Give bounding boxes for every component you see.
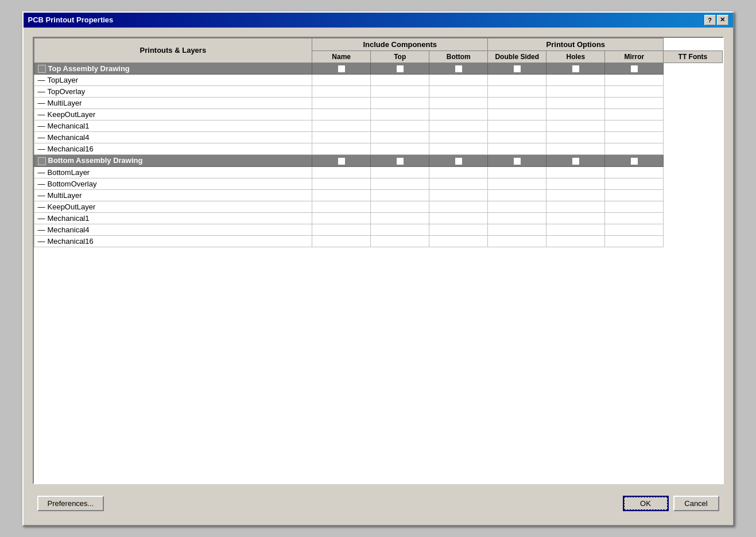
checkbox-cell-bottom[interactable]: [371, 155, 429, 167]
layer-dash-icon: —: [38, 203, 45, 211]
layer-name-cell: —TopOverlay: [34, 86, 312, 98]
layer-empty-cell: [488, 189, 546, 201]
checkbox-double_sided[interactable]: [455, 65, 463, 73]
printout-table: Printouts & Layers Include Components Pr…: [34, 38, 723, 247]
layer-empty-cell: [546, 86, 605, 98]
checkbox-tt_fonts[interactable]: [630, 65, 638, 73]
layer-empty-cell: [488, 178, 546, 189]
layer-name-label: TopOverlay: [48, 87, 86, 96]
layer-empty-cell: [429, 98, 488, 109]
sub-header-ttfonts: TT Fonts: [664, 50, 722, 63]
layer-empty-cell: [605, 166, 664, 178]
layer-empty-cell: [371, 120, 429, 132]
checkbox-bottom[interactable]: [396, 65, 404, 73]
layer-empty-cell: [371, 109, 429, 120]
layer-empty-cell: [371, 235, 429, 247]
layer-empty-cell: [429, 86, 488, 98]
table-row-layer: —Mechanical4: [34, 224, 722, 235]
layer-empty-cell: [312, 201, 371, 212]
layer-empty-cell: [546, 224, 605, 235]
layer-empty-cell: [605, 98, 664, 109]
printout-name-label: Top Assembly Drawing: [48, 64, 130, 73]
checkbox-cell-mirror[interactable]: [546, 63, 605, 75]
layer-empty-cell: [546, 109, 605, 120]
layer-empty-cell: [429, 235, 488, 247]
layer-name-cell: —MultiLayer: [34, 189, 312, 201]
checkbox-top[interactable]: [338, 157, 346, 165]
layer-name-label: KeepOutLayer: [48, 110, 96, 119]
sub-header-name: Name: [312, 50, 371, 63]
footer: Preferences... OK Cancel: [33, 493, 724, 516]
table-row-printout[interactable]: Bottom Assembly Drawing: [34, 155, 722, 167]
checkbox-top[interactable]: [338, 65, 346, 73]
table-row-layer: —Mechanical16: [34, 235, 722, 247]
checkbox-bottom[interactable]: [396, 157, 404, 165]
layer-empty-cell: [429, 132, 488, 143]
layer-empty-cell: [371, 98, 429, 109]
checkbox-mirror[interactable]: [572, 65, 580, 73]
layer-name-cell: —Mechanical4: [34, 224, 312, 235]
layer-name-cell: —TopLayer: [34, 75, 312, 86]
layer-empty-cell: [546, 132, 605, 143]
layer-empty-cell: [546, 120, 605, 132]
help-button[interactable]: ?: [704, 15, 716, 25]
layer-empty-cell: [312, 120, 371, 132]
layer-dash-icon: —: [38, 168, 45, 177]
preferences-button[interactable]: Preferences...: [37, 496, 104, 511]
checkbox-cell-top[interactable]: [312, 155, 371, 167]
layer-empty-cell: [429, 178, 488, 189]
layer-empty-cell: [488, 109, 546, 120]
table-row-layer: —BottomLayer: [34, 166, 722, 178]
col-header-name: Printouts & Layers: [34, 38, 312, 63]
checkbox-holes[interactable]: [513, 157, 521, 165]
printout-name-cell: Top Assembly Drawing: [34, 63, 312, 75]
layer-empty-cell: [371, 224, 429, 235]
layer-name-label: Mechanical1: [48, 214, 90, 223]
printout-icon: [38, 65, 46, 73]
layer-name-label: MultiLayer: [48, 99, 82, 107]
ok-button[interactable]: OK: [623, 496, 669, 511]
checkbox-cell-double_sided[interactable]: [429, 155, 488, 167]
layer-empty-cell: [488, 75, 546, 86]
layer-dash-icon: —: [38, 99, 45, 107]
layer-name-cell: —MultiLayer: [34, 98, 312, 109]
table-row-layer: —TopOverlay: [34, 86, 722, 98]
checkbox-tt_fonts[interactable]: [630, 157, 638, 165]
pcb-printout-dialog: PCB Printout Properties ? ✕ Printouts & …: [22, 11, 734, 526]
layer-empty-cell: [488, 98, 546, 109]
checkbox-cell-holes[interactable]: [488, 63, 546, 75]
checkbox-cell-mirror[interactable]: [546, 155, 605, 167]
table-row-layer: —KeepOutLayer: [34, 109, 722, 120]
checkbox-cell-bottom[interactable]: [371, 63, 429, 75]
checkbox-cell-tt_fonts[interactable]: [605, 63, 664, 75]
close-button[interactable]: ✕: [717, 15, 728, 25]
checkbox-double_sided[interactable]: [455, 157, 463, 165]
checkbox-holes[interactable]: [513, 65, 521, 73]
layer-empty-cell: [429, 189, 488, 201]
cancel-button[interactable]: Cancel: [673, 496, 719, 511]
checkbox-cell-tt_fonts[interactable]: [605, 155, 664, 167]
checkbox-cell-double_sided[interactable]: [429, 63, 488, 75]
printout-icon: [38, 157, 46, 165]
sub-header-top: Top: [371, 50, 429, 63]
layer-empty-cell: [605, 86, 664, 98]
table-row-printout[interactable]: Top Assembly Drawing: [34, 63, 722, 75]
layer-empty-cell: [605, 224, 664, 235]
layer-empty-cell: [488, 201, 546, 212]
checkbox-cell-holes[interactable]: [488, 155, 546, 167]
layer-empty-cell: [312, 235, 371, 247]
layer-name-label: Mechanical16: [48, 145, 94, 153]
layer-empty-cell: [605, 109, 664, 120]
checkbox-cell-top[interactable]: [312, 63, 371, 75]
table-row-layer: —MultiLayer: [34, 189, 722, 201]
checkbox-mirror[interactable]: [572, 157, 580, 165]
title-bar: PCB Printout Properties ? ✕: [24, 13, 733, 28]
table-container: Printouts & Layers Include Components Pr…: [33, 37, 724, 484]
layer-name-label: Mechanical1: [48, 122, 90, 130]
layer-name-cell: —Mechanical1: [34, 212, 312, 224]
printout-name-label: Bottom Assembly Drawing: [48, 156, 143, 165]
layer-name-cell: —BottomLayer: [34, 166, 312, 178]
layer-empty-cell: [488, 224, 546, 235]
layer-empty-cell: [488, 143, 546, 155]
layer-name-cell: —KeepOutLayer: [34, 109, 312, 120]
